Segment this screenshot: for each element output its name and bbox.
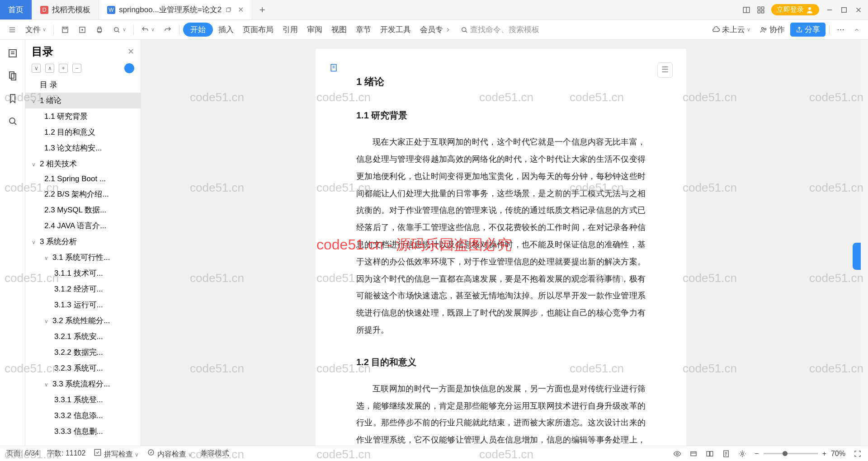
tab-bar: 首页 D 找稻壳模板 W springboo...业管理系统=论文2 ✕ + 立…	[0, 0, 868, 20]
search-bar[interactable]: 查找命令、搜索模板	[457, 23, 543, 37]
search-rail-icon[interactable]	[7, 116, 18, 127]
close-window-icon[interactable]	[854, 6, 863, 14]
page-options-button[interactable]: ☰	[657, 62, 673, 78]
page-indicator[interactable]: 页面: 6/34	[6, 449, 39, 458]
content-check[interactable]: 内容检查 ∨	[147, 448, 192, 459]
outline-node[interactable]: 2.2 B/S 架构介绍...	[25, 186, 141, 202]
redo-button[interactable]	[160, 24, 175, 36]
outline-node[interactable]: ∨3.1 系统可行性...	[25, 249, 141, 265]
ribbon-insert[interactable]: 插入	[215, 23, 237, 37]
zoom-control[interactable]: − + 70%	[755, 450, 845, 458]
outline-node[interactable]: ∨3 系统分析	[25, 234, 141, 249]
zoom-out-icon[interactable]: −	[755, 450, 759, 458]
toggle-icon[interactable]: ∨	[44, 381, 51, 388]
outline-node[interactable]: 2.3 MySQL 数据...	[25, 202, 141, 218]
save-button[interactable]	[57, 24, 73, 36]
outline-icon[interactable]	[7, 48, 18, 59]
login-button[interactable]: 立即登录	[771, 4, 819, 15]
right-edge-handle[interactable]	[853, 243, 861, 270]
outline-node[interactable]: 3.1.3 运行可...	[25, 297, 141, 313]
toggle-icon[interactable]: ∨	[44, 318, 51, 325]
collapse-all-icon[interactable]: ∨	[32, 64, 41, 73]
new-tab-button[interactable]: +	[252, 0, 272, 19]
node-label: 1.3 论文结构安...	[44, 144, 102, 152]
ribbon-start[interactable]: 开始	[183, 23, 213, 37]
ribbon-review[interactable]: 审阅	[303, 23, 326, 37]
menu-button[interactable]	[5, 24, 20, 36]
outline-node[interactable]: 2.4 JAVA 语言介...	[25, 218, 141, 234]
ribbon-ref[interactable]: 引用	[279, 23, 302, 37]
outline-node[interactable]: 1.1 研究背景	[25, 108, 141, 124]
minimize-icon[interactable]	[826, 6, 834, 14]
collapse-ribbon[interactable]	[850, 25, 863, 35]
add-item-icon[interactable]: +	[59, 64, 68, 73]
view-mode-2-icon[interactable]	[689, 450, 698, 458]
popup-icon[interactable]	[225, 7, 231, 13]
outline-node[interactable]: 1.2 目的和意义	[25, 124, 141, 140]
tab-templates[interactable]: D 找稻壳模板	[32, 0, 99, 19]
expand-all-icon[interactable]: ∧	[45, 64, 54, 73]
cloud-button[interactable]: 未上云∨	[708, 23, 754, 37]
outline-node[interactable]: 3.3.3 信息删...	[25, 423, 141, 439]
thumbnail-icon[interactable]	[7, 71, 18, 81]
maximize-icon[interactable]	[840, 6, 848, 14]
toggle-icon[interactable]: ∨	[44, 255, 51, 261]
outline-node[interactable]: 2.1 Spring Boot ...	[25, 172, 141, 186]
view-mode-3-icon[interactable]	[706, 450, 714, 458]
outline-node[interactable]: 3.2.3 系统可...	[25, 360, 141, 376]
outline-node[interactable]: ∨1 绪论	[25, 93, 141, 108]
collab-button[interactable]: 协作	[756, 23, 788, 37]
outline-node[interactable]: 1.3 论文结构安...	[25, 140, 141, 156]
spell-check[interactable]: 拼写检查 ∨	[94, 448, 139, 459]
saveas-button[interactable]	[75, 24, 90, 36]
more-button[interactable]: ⋯	[833, 23, 848, 36]
preview-button[interactable]: ∨	[109, 24, 130, 36]
zoom-level[interactable]: 70%	[831, 450, 845, 458]
outline-node[interactable]: ∨2 相关技术	[25, 156, 141, 172]
tab-document[interactable]: W springboo...业管理系统=论文2 ✕	[99, 0, 252, 19]
outline-node[interactable]: 目 录	[25, 77, 141, 93]
docer-icon: D	[40, 6, 48, 14]
ribbon-view[interactable]: 视图	[328, 23, 350, 37]
ai-badge-icon[interactable]	[124, 63, 134, 73]
view-mode-1-icon[interactable]	[673, 450, 681, 458]
compat-mode[interactable]: 兼容模式	[200, 449, 229, 458]
node-label: 2.2 B/S 架构介绍...	[44, 190, 109, 198]
toggle-icon[interactable]: ∨	[32, 239, 38, 245]
ribbon-dev[interactable]: 开发工具	[377, 23, 415, 37]
outline-node[interactable]: 3.2.2 数据完...	[25, 344, 141, 360]
bookmark-icon[interactable]	[7, 93, 18, 104]
document-viewport[interactable]: ☰ 1 绪论 1.1 研究背景 现在大家正处于互联网加的时代，这个时代它就是一个…	[141, 40, 861, 446]
settings-icon[interactable]	[738, 450, 746, 458]
word-count[interactable]: 字数: 11102	[47, 449, 85, 458]
outline-node[interactable]: 3.2.1 系统安...	[25, 329, 141, 344]
apps-icon[interactable]	[757, 6, 765, 14]
remove-item-icon[interactable]: −	[72, 64, 81, 73]
layout-icon[interactable]	[742, 6, 750, 14]
close-tab-icon[interactable]: ✕	[238, 5, 244, 14]
print-button[interactable]	[92, 24, 107, 36]
outline-node[interactable]: 3.3.2 信息添...	[25, 408, 141, 423]
outline-node[interactable]: 3.3.1 系统登...	[25, 392, 141, 408]
ribbon-member[interactable]: 会员专	[416, 23, 455, 37]
ribbon-chapter[interactable]: 章节	[352, 23, 375, 37]
ribbon-layout[interactable]: 页面布局	[239, 23, 277, 37]
undo-button[interactable]: ∨	[137, 24, 158, 36]
toggle-icon[interactable]: ∨	[32, 161, 38, 168]
file-menu[interactable]: 文件∨	[22, 23, 50, 37]
zoom-slider[interactable]	[764, 453, 818, 454]
outline-node[interactable]: ∨3.2 系统性能分...	[25, 313, 141, 329]
close-panel-icon[interactable]: ✕	[127, 47, 134, 56]
svg-point-18	[9, 118, 15, 123]
outline-node[interactable]: 3.1.1 技术可...	[25, 265, 141, 281]
fullscreen-icon[interactable]	[854, 450, 862, 458]
share-button[interactable]: 分享	[790, 23, 826, 37]
zoom-in-icon[interactable]: +	[822, 450, 826, 458]
view-mode-4-icon[interactable]	[722, 450, 730, 458]
right-scrollbar[interactable]	[861, 40, 868, 446]
toggle-icon[interactable]: ∨	[32, 98, 38, 104]
tab-home[interactable]: 首页	[0, 0, 32, 19]
outline-node[interactable]: 3.1.2 经济可...	[25, 281, 141, 297]
outline-node[interactable]: ∨3.3 系统流程分...	[25, 376, 141, 392]
left-rail	[0, 40, 25, 446]
